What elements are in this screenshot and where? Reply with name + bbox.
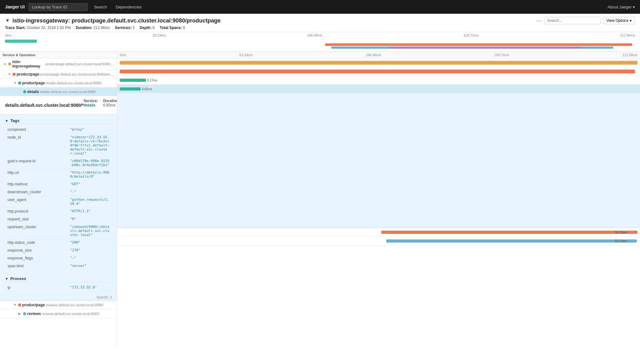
tag-key: span.kind bbox=[5, 262, 68, 270]
timeline-ruler: 0ms 53.24ms 106.48ms 159.72ms 212.96ms bbox=[0, 33, 640, 37]
navbar-brand[interactable]: Jaeger UI bbox=[5, 4, 25, 9]
process-label: Process bbox=[10, 276, 26, 281]
chevron-down-icon: ▼ bbox=[5, 119, 8, 123]
tags-section: ▼ Tags component"proxy"node_id"sidecar~1… bbox=[0, 115, 117, 273]
service-dot bbox=[18, 303, 21, 307]
tag-key: component bbox=[5, 126, 68, 134]
trace-collapse-chevron[interactable]: ▼ bbox=[5, 18, 10, 23]
navbar-about[interactable]: About Jaeger ▾ bbox=[608, 5, 635, 9]
minimap-bar-teal bbox=[5, 40, 37, 43]
tag-key: http.method bbox=[5, 180, 68, 188]
process-section-toggle[interactable]: ▼ Process bbox=[5, 275, 112, 283]
span-op-name: productpage.default.svc.cluster.local:90… bbox=[40, 72, 115, 76]
main-area: Service & Operation ▼ istio-ingressgatew… bbox=[0, 52, 640, 347]
timeline-detail-spacer bbox=[117, 93, 640, 228]
span-service-name: istio-ingressgateway bbox=[12, 60, 45, 68]
trace-title: istio-ingressgateway: productpage.defaul… bbox=[12, 17, 221, 24]
span-row[interactable]: ▼ productpage productpage.default.svc.cl… bbox=[0, 70, 117, 79]
tag-value: "inbound|9080||details.default.svc.clust… bbox=[68, 223, 112, 239]
span-op-name: details.default.svc.cluster.local:9080/ bbox=[40, 90, 96, 94]
tag-value: "sidecar~172.33.55.8~details-v1~7bcdcc4f… bbox=[68, 134, 112, 157]
tag-key: response_flags bbox=[5, 254, 68, 262]
navbar-search-link[interactable]: Search bbox=[92, 3, 109, 11]
lookup-input[interactable] bbox=[28, 3, 88, 11]
detail-meta: Service: details Duration: 6.85ms Start … bbox=[83, 99, 117, 112]
span-service-name: productpage bbox=[17, 72, 39, 76]
span-row[interactable]: ▶ reviews reviews.default.svc.cluster.lo… bbox=[0, 309, 117, 318]
tag-row: node_id"sidecar~172.33.55.8~details-v1~7… bbox=[5, 134, 112, 157]
tag-key: downstream_cluster bbox=[5, 188, 68, 196]
trace-meta: Trace Start: October 23, 2018 1:50 PM Du… bbox=[5, 26, 635, 30]
detail-header: details.default.svc.cluster.local:9080/*… bbox=[0, 96, 117, 115]
tag-row: http.url"http://details:9080/details/0" bbox=[5, 169, 112, 180]
col-header: Service & Operation bbox=[0, 52, 117, 58]
span-label-cell: ▼ productpage details.default.svc.cluste… bbox=[0, 79, 117, 87]
graph-icon[interactable]: ⋯ bbox=[536, 17, 542, 24]
span-service-name: details bbox=[27, 90, 39, 94]
tag-value: "proxy" bbox=[68, 126, 112, 134]
tag-key: node_id bbox=[5, 134, 68, 157]
tag-row: span.kind"server" bbox=[5, 262, 112, 270]
tag-row: response_size"178" bbox=[5, 247, 112, 254]
tag-value: "c88d170e-098a-9225-b90c-8c4a36dcf1b1" bbox=[68, 157, 112, 169]
process-table: ip"172.33.55.8" bbox=[5, 284, 112, 292]
tag-value: "GET" bbox=[68, 180, 112, 188]
navbar: Jaeger UI Search Dependencies About Jaeg… bbox=[0, 0, 640, 14]
tags-label: Tags bbox=[10, 118, 19, 123]
chevron-down-icon: ▾ bbox=[630, 18, 632, 23]
view-options-button[interactable]: View Options ▾ bbox=[603, 17, 635, 24]
tag-key: http.status_code bbox=[5, 239, 68, 247]
tags-section-toggle[interactable]: ▼ Tags bbox=[5, 117, 112, 125]
tag-key: user_agent bbox=[5, 196, 68, 208]
service-dot bbox=[23, 312, 26, 315]
chevron-down-icon: ▼ bbox=[5, 277, 8, 281]
minimap-bar-area bbox=[0, 38, 640, 51]
tag-key: http.url bbox=[5, 169, 68, 180]
span-bar bbox=[381, 231, 638, 234]
tag-row: upstream_cluster"inbound|9080||details.d… bbox=[5, 223, 112, 239]
chevron-down-icon[interactable]: ▼ bbox=[13, 81, 17, 85]
service-dot bbox=[8, 62, 11, 66]
tag-row: downstream_cluster"-" bbox=[5, 188, 112, 196]
span-row[interactable]: ▼ istio-ingressgateway productpage.defau… bbox=[0, 58, 117, 70]
process-tag-value: "172.33.55.8" bbox=[68, 284, 112, 292]
view-options-label: View Options bbox=[607, 18, 628, 23]
trace-search-input[interactable] bbox=[544, 17, 601, 24]
navbar-dependencies-link[interactable]: Dependencies bbox=[113, 3, 144, 11]
span-duration: 8.17ms bbox=[147, 78, 158, 82]
timeline-row-selected: 6.85ms bbox=[117, 85, 640, 93]
tag-row: http.protocol"HTTP/1.1" bbox=[5, 208, 112, 215]
service-operation-header: Service & Operation bbox=[2, 53, 35, 57]
span-bar bbox=[120, 70, 635, 73]
chevron-right-icon[interactable]: ▶ bbox=[18, 312, 22, 315]
trace-duration: Duration: 212.96ms bbox=[76, 26, 110, 30]
tag-row: response_flags"-" bbox=[5, 254, 112, 262]
tag-key: response_size bbox=[5, 247, 68, 254]
tag-key: upstream_cluster bbox=[5, 223, 68, 239]
tag-value: "-" bbox=[68, 188, 112, 196]
tag-value: "HTTP/1.1" bbox=[68, 208, 112, 215]
process-tag-row: ip"172.33.55.8" bbox=[5, 284, 112, 292]
span-detail-panel: details.default.svc.cluster.local:9080/*… bbox=[0, 96, 117, 301]
span-row[interactable]: ▼ productpage details.default.svc.cluste… bbox=[0, 79, 117, 87]
span-label-cell: ▼ productpage productpage.default.svc.cl… bbox=[0, 70, 117, 78]
minimap-bar-purple bbox=[389, 47, 581, 49]
span-row[interactable]: ▼ productpage reviews.default.svc.cluste… bbox=[0, 301, 117, 309]
tag-row: http.method"GET" bbox=[5, 180, 112, 188]
process-section: ▼ Process ip"172.33.55.8" bbox=[0, 273, 117, 294]
tag-row: request_size"0" bbox=[5, 215, 112, 223]
span-service-name: reviews bbox=[27, 312, 41, 316]
tags-table: component"proxy"node_id"sidecar~172.33.5… bbox=[5, 126, 112, 270]
span-row-selected[interactable]: details details.default.svc.cluster.loca… bbox=[0, 87, 117, 96]
span-op-name: reviews.default.svc.cluster.local:9080/ bbox=[46, 303, 103, 307]
span-label-cell: details details.default.svc.cluster.loca… bbox=[0, 87, 117, 96]
chevron-right-icon[interactable]: ▼ bbox=[13, 303, 17, 307]
tag-row: user_agent"python-requests/2.18.4" bbox=[5, 196, 112, 208]
timeline-row: 8.17ms bbox=[117, 76, 640, 85]
tag-value: "server" bbox=[68, 262, 112, 270]
span-id-badge: SpanID: 3 bbox=[0, 294, 117, 300]
chevron-down-icon[interactable]: ▼ bbox=[8, 72, 12, 76]
chevron-down-icon[interactable]: ▼ bbox=[3, 62, 7, 66]
span-bar bbox=[386, 239, 637, 243]
trace-start: Trace Start: October 23, 2018 1:50 PM bbox=[5, 26, 71, 30]
